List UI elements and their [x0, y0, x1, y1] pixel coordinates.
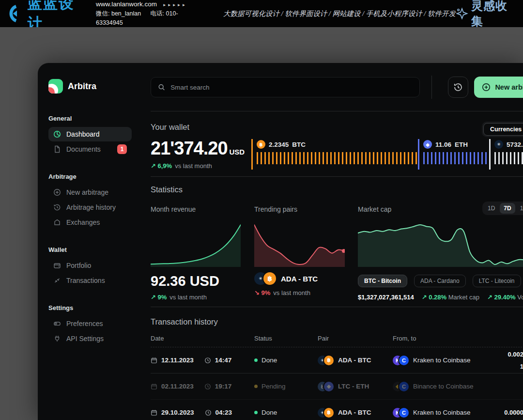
section-label-settings: Settings [48, 304, 137, 311]
sidebar-item-dashboard[interactable]: Dashboard [48, 127, 132, 141]
banner-website[interactable]: www.lanlanwork.com [96, 0, 157, 8]
section-label-arbitrage: Arbitrage [48, 173, 137, 180]
sidebar-item-documents[interactable]: Documents 1 [48, 142, 132, 156]
market-cap-chart [358, 222, 523, 267]
status-dot-done [254, 411, 258, 414]
statistics-grid: Month revenue 92.36 USD 9% vs last month… [151, 205, 523, 301]
dashboard-icon [53, 130, 61, 138]
holding-ada: ✳ 5732.61 ADA [489, 139, 523, 170]
sidebar-item-arbitrage-history[interactable]: Arbitrage history [48, 200, 132, 215]
trending-pairs-label: Trending pairs [254, 205, 358, 214]
topbar: New arbitrage [151, 77, 523, 98]
pill-ada-cardano[interactable]: ADA - Cardano [414, 275, 466, 287]
sidebar-item-preferences[interactable]: Preferences [48, 316, 132, 331]
banner-arrows: ►►►►► [163, 3, 187, 7]
toggle-icon [53, 320, 61, 327]
wallet-title: Your wallet [151, 123, 189, 131]
amount-cell: 0.0000 [485, 406, 523, 419]
app-logo[interactable]: Arbitra [48, 79, 137, 93]
trending-pairs-card: Trending pairs ✳ ฿ ADA - BTC 9% vs last … [254, 205, 358, 301]
pill-ltc-litecoin[interactable]: LTC - Litecoin [473, 275, 521, 287]
search-input[interactable] [169, 83, 413, 92]
plus-circle-icon [482, 83, 491, 92]
wallet-toggle: Currencies Exchanges [482, 122, 523, 137]
dashboard-card: Arbitra General Dashboard Documents 1 Ar… [38, 63, 523, 420]
tab-1d[interactable]: 1D [484, 203, 499, 214]
transfer-arrows-icon [53, 277, 61, 284]
inspiration-logo[interactable]: 灵感收集 [456, 0, 516, 29]
col-pair: Pair [318, 335, 393, 342]
eth-bars [423, 152, 489, 164]
document-icon [53, 145, 61, 153]
btc-coin-icon: ฿ [257, 140, 265, 149]
table-row[interactable]: 02.11.2023 19:17 Pending Ł ◆ LTC - ETH ◆… [151, 373, 523, 400]
table-row[interactable]: 29.10.2023 04:23 Done ✳ ฿ ADA - BTC K C … [151, 400, 523, 420]
main-content: New arbitrage Your wallet Currencies Exc… [137, 63, 523, 420]
new-arbitrage-button[interactable]: New arbitrage [474, 77, 523, 98]
market-cap-stats: $1,327,027,361,514 0.28% Market cap 29.4… [358, 294, 523, 301]
status-dot-done [254, 358, 258, 362]
eth-coin-icon: ◆ [324, 382, 334, 391]
toggle-currencies[interactable]: Currencies [483, 123, 523, 136]
divider [151, 176, 523, 177]
month-revenue-label: Month revenue [151, 205, 254, 214]
banner-contact: www.lanlanwork.com ►►►►► 微信: ben_lanlan … [96, 0, 205, 28]
promo-banner: 蓝蓝设计 www.lanlanwork.com ►►►►► 微信: ben_la… [0, 0, 523, 27]
calendar-icon [151, 383, 157, 390]
status-badge: Done [262, 409, 277, 416]
table-row[interactable]: 12.11.2023 14:47 Done ✳ ฿ ADA - BTC K C … [151, 347, 523, 373]
market-cap-card: Market cap 1D 7D 1M BTC - Bitcoin ADA - … [358, 205, 523, 301]
calendar-icon [151, 357, 157, 364]
holding-eth: ◆ 11.06 ETH [418, 139, 489, 170]
tab-7d[interactable]: 7D [500, 203, 515, 214]
divider [151, 307, 523, 307]
eth-symbol: ETH [455, 141, 468, 148]
month-revenue-chart [151, 222, 241, 267]
calendar-icon [151, 409, 157, 416]
plug-icon [53, 335, 61, 342]
sidebar: Arbitra General Dashboard Documents 1 Ar… [38, 63, 137, 420]
trending-pairs-chart [254, 222, 345, 267]
documents-badge: 1 [117, 144, 127, 154]
sparkle-star-icon [456, 7, 468, 20]
coinbase-icon: C [399, 356, 409, 365]
month-revenue-change: 9% [151, 294, 167, 301]
search-icon [158, 83, 165, 91]
sidebar-item-exchanges[interactable]: Exchanges [48, 215, 132, 230]
status-dot-pending [254, 385, 258, 388]
section-label-wallet: Wallet [48, 246, 137, 253]
month-revenue-value: 92.36 USD [151, 273, 254, 289]
history-button[interactable] [448, 77, 468, 98]
clock-icon [204, 357, 211, 364]
sidebar-item-transactions[interactable]: Transactions [48, 273, 132, 288]
sidebar-item-new-arbitrage[interactable]: New arbitrage [48, 185, 132, 200]
arbitra-logo-icon [48, 79, 63, 93]
btc-coin-icon: ฿ [324, 356, 334, 365]
volume-change: 29.40% [487, 294, 516, 301]
holding-btc: ฿ 2.2345 BTC [251, 139, 418, 170]
trending-change: 9% [254, 289, 270, 296]
sidebar-item-api-settings[interactable]: API Settings [48, 331, 132, 346]
wallet-balance: 21'374.20 [151, 138, 228, 158]
tab-1m[interactable]: 1M [516, 203, 523, 214]
banner-services: 大数据可视化设计 / 软件界面设计 / 网站建设 / 手机及小程序设计 / 软件… [223, 9, 456, 18]
eth-amount: 11.06 [435, 141, 451, 148]
app-name: Arbitra [68, 81, 96, 92]
search-bar[interactable] [151, 77, 420, 97]
wallet-icon [53, 262, 61, 269]
wallet-row: 21'374.20USD 6,9% vs last month ฿ 2.2345… [151, 138, 523, 170]
market-cap-change: 0.28% [422, 294, 446, 301]
market-cap-coin-pills: BTC - Bitcoin ADA - Cardano LTC - Liteco… [358, 275, 523, 287]
col-date: Date [151, 335, 254, 342]
ada-coin-icon: ✳ [494, 140, 503, 149]
btc-bars [257, 152, 418, 164]
pill-btc-bitcoin[interactable]: BTC - Bitcoin [358, 275, 407, 287]
transaction-history-title: Transaction history [151, 317, 523, 327]
history-icon [53, 203, 61, 211]
status-badge: Done [262, 357, 277, 364]
ada-amount: 5732.61 [507, 141, 523, 148]
btc-amount: 2.2345 [269, 141, 289, 148]
sidebar-item-portfolio[interactable]: Portfolio [48, 258, 132, 273]
history-icon [453, 82, 463, 92]
page-background: Arbitra General Dashboard Documents 1 Ar… [0, 27, 523, 420]
